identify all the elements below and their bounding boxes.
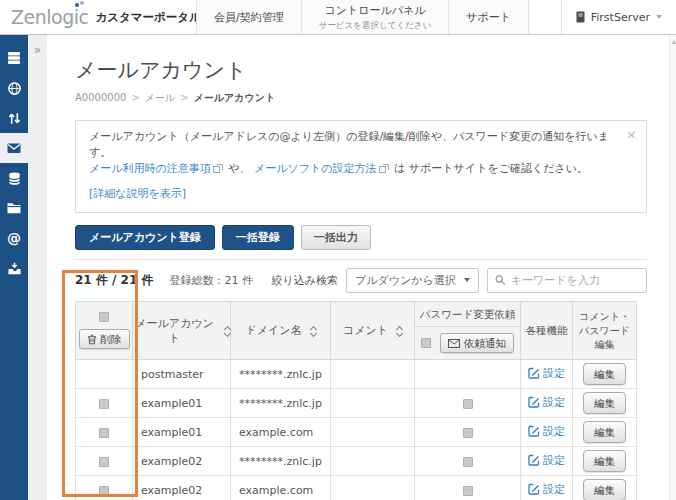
mail-table-body: postmaster ********.znlc.jp 設定 編集 exampl… bbox=[76, 360, 637, 500]
sidebar-item-transfer[interactable] bbox=[0, 103, 28, 133]
password-request-checkbox[interactable] bbox=[463, 486, 473, 496]
table-row: example01 ********.znlc.jp 設定 編集 bbox=[76, 389, 637, 418]
server-rack-icon bbox=[6, 50, 22, 66]
show-details-link[interactable]: [詳細な説明を表示] bbox=[89, 186, 186, 202]
sidebar-item-domain[interactable] bbox=[0, 73, 28, 103]
nav-support[interactable]: サポート bbox=[448, 0, 529, 34]
account-cell: example02 bbox=[133, 447, 231, 476]
row-checkbox[interactable] bbox=[99, 486, 109, 496]
sidebar-item-mail-address[interactable]: @ bbox=[0, 223, 28, 253]
row-checkbox[interactable] bbox=[99, 399, 109, 409]
svg-text:@: @ bbox=[7, 230, 21, 246]
sort-account[interactable] bbox=[225, 326, 230, 336]
domain-cell: ********.znlc.jp bbox=[231, 360, 331, 389]
notice-link-precautions[interactable]: メール利用時の注意事項 bbox=[89, 162, 211, 175]
table-row: example02 ********.znlc.jp 設定 編集 bbox=[76, 447, 637, 476]
edit-button[interactable]: 編集 bbox=[583, 392, 626, 415]
col-functions: 各種機能 bbox=[521, 302, 573, 360]
col-comment: コメント bbox=[331, 302, 415, 360]
table-row: postmaster ********.znlc.jp 設定 編集 bbox=[76, 360, 637, 389]
keyword-search-input[interactable] bbox=[511, 274, 639, 287]
sort-comment[interactable] bbox=[397, 326, 402, 336]
bulk-register-button[interactable]: 一括登録 bbox=[222, 225, 294, 250]
edit-settings-icon bbox=[528, 396, 540, 408]
filter-dropdown[interactable]: プルダウンから選択 bbox=[346, 268, 479, 293]
edit-settings-icon bbox=[528, 454, 540, 466]
total-count: 登録総数：21 件 bbox=[170, 273, 254, 288]
settings-link[interactable]: 設定 bbox=[528, 395, 565, 410]
row-checkbox[interactable] bbox=[99, 428, 109, 438]
notice-line1: メールアカウント（メールアドレスの@より左側）の登録/編集/削除や、パスワード変… bbox=[89, 129, 620, 161]
sidebar-item-server[interactable] bbox=[0, 43, 28, 73]
col-domain: ドメイン名 bbox=[231, 302, 331, 360]
inbox-download-icon bbox=[7, 261, 22, 276]
notice-line2: メール利用時の注意事項 や、 メールソフトの設定方法 は サポートサイトをご確認… bbox=[89, 161, 620, 177]
page-root: Zenlogic カスタマーポータル 会員/契約管理 コントロールパネル サービ… bbox=[0, 0, 676, 500]
brand[interactable]: Zenlogic カスタマーポータル bbox=[0, 0, 196, 34]
col-delete: 削除 bbox=[76, 302, 133, 360]
breadcrumb-current: メールアカウント bbox=[194, 92, 276, 103]
main-content: メールアカウント A0000000>メール>メールアカウント × メールアカウン… bbox=[47, 35, 676, 500]
portal-label: カスタマーポータル bbox=[95, 10, 200, 25]
password-request-checkbox[interactable] bbox=[463, 457, 473, 467]
settings-link[interactable]: 設定 bbox=[528, 366, 565, 381]
bulk-export-button[interactable]: 一括出力 bbox=[301, 225, 371, 250]
external-link-icon bbox=[379, 164, 389, 173]
globe-icon bbox=[7, 81, 22, 96]
row-checkbox[interactable] bbox=[99, 457, 109, 467]
nav-control-panel[interactable]: コントロールパネル サービスを選択してください bbox=[301, 0, 449, 34]
select-all-checkbox[interactable] bbox=[99, 312, 109, 322]
top-nav: 会員/契約管理 コントロールパネル サービスを選択してください サポート bbox=[196, 0, 529, 34]
password-request-checkbox[interactable] bbox=[463, 428, 473, 438]
sidebar-item-database[interactable] bbox=[0, 163, 28, 193]
page-scrollbar[interactable] bbox=[669, 36, 676, 500]
edit-cell: 編集 bbox=[573, 476, 637, 500]
action-buttons: メールアカウント登録 一括登録 一括出力 bbox=[75, 225, 647, 250]
account-cell: example01 bbox=[133, 389, 231, 418]
settings-link[interactable]: 設定 bbox=[528, 453, 565, 468]
register-account-button[interactable]: メールアカウント登録 bbox=[75, 225, 215, 250]
edit-cell: 編集 bbox=[573, 418, 637, 447]
comment-cell bbox=[331, 360, 415, 389]
arrows-up-down-icon bbox=[7, 111, 22, 126]
envelope-icon bbox=[448, 339, 460, 348]
edit-button[interactable]: 編集 bbox=[583, 479, 626, 500]
chevron-down-icon bbox=[464, 278, 470, 282]
search-icon bbox=[495, 274, 506, 286]
col-mail-account: メールアカウント bbox=[133, 302, 231, 360]
breadcrumb-mail[interactable]: メール bbox=[145, 92, 175, 103]
edit-button[interactable]: 編集 bbox=[583, 363, 626, 386]
sidebar-item-import[interactable] bbox=[0, 253, 28, 283]
sidebar-item-folder[interactable] bbox=[0, 193, 28, 223]
nav-member-management[interactable]: 会員/契約管理 bbox=[196, 0, 301, 34]
mail-icon bbox=[6, 140, 22, 156]
account-menu[interactable]: FirstServer bbox=[561, 0, 676, 34]
row-select-cell bbox=[76, 447, 133, 476]
server-host-icon bbox=[576, 11, 585, 23]
notice-link-mail-setup[interactable]: メールソフトの設定方法 bbox=[254, 162, 377, 175]
edit-settings-icon bbox=[528, 483, 540, 495]
request-notify-button[interactable]: 依頼通知 bbox=[440, 333, 514, 354]
settings-link[interactable]: 設定 bbox=[528, 482, 565, 497]
chevron-down-icon bbox=[656, 15, 662, 19]
password-request-checkbox[interactable] bbox=[463, 399, 473, 409]
mail-account-table: 削除 メールアカウント ドメイン名 bbox=[75, 301, 637, 500]
delete-button[interactable]: 削除 bbox=[79, 329, 130, 350]
col-comment-password-edit: コメント・パスワード編集 bbox=[573, 302, 637, 360]
domain-cell: example.com bbox=[231, 476, 331, 500]
close-icon[interactable]: × bbox=[626, 128, 637, 141]
breadcrumb-separator: > bbox=[180, 92, 188, 103]
comment-cell bbox=[331, 447, 415, 476]
edit-button[interactable]: 編集 bbox=[583, 450, 626, 473]
breadcrumb-separator: > bbox=[131, 92, 139, 103]
breadcrumb-account[interactable]: A0000000 bbox=[75, 92, 126, 103]
comment-cell bbox=[331, 476, 415, 500]
edit-button[interactable]: 編集 bbox=[583, 421, 626, 444]
sidebar-item-mail[interactable] bbox=[0, 133, 28, 163]
password-request-all-checkbox[interactable] bbox=[421, 338, 431, 348]
functions-cell: 設定 bbox=[521, 389, 573, 418]
functions-cell: 設定 bbox=[521, 360, 573, 389]
sort-domain[interactable] bbox=[311, 326, 316, 336]
expand-panel-button[interactable]: » bbox=[34, 43, 41, 57]
settings-link[interactable]: 設定 bbox=[528, 424, 565, 439]
